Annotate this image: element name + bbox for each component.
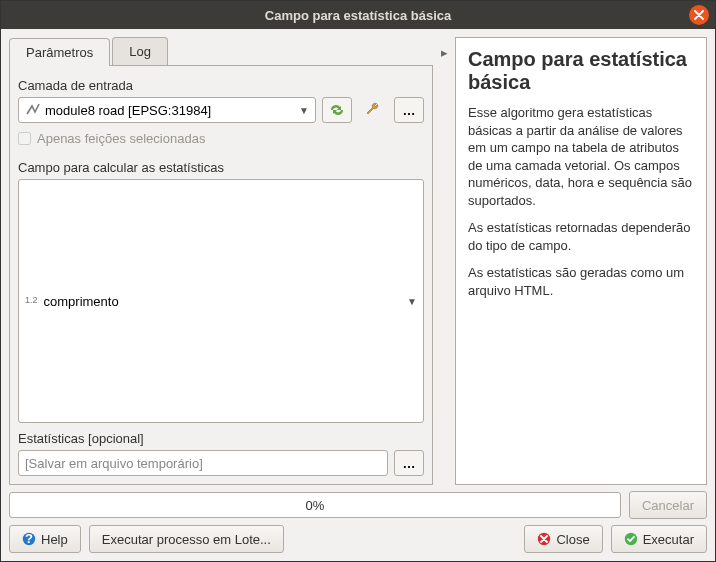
ok-check-icon [624,532,638,546]
stats-output-label: Estatísticas [opcional] [18,431,424,446]
stats-output-input[interactable]: [Salvar em arquivo temporário] [18,450,388,476]
stats-output-placeholder: [Salvar em arquivo temporário] [25,456,203,471]
progress-text: 0% [306,498,325,513]
chevron-down-icon: ▼ [299,105,309,116]
help-button-label: Help [41,532,68,547]
stats-output-browse-button[interactable]: … [394,450,424,476]
help-button[interactable]: ? Help [9,525,81,553]
close-button-label: Close [556,532,589,547]
only-selected-checkbox [18,132,31,145]
chevron-down-icon: ▼ [407,296,417,307]
tab-log[interactable]: Log [112,37,168,65]
wrench-icon [364,101,382,119]
advanced-options-button[interactable] [358,97,388,123]
splitter-handle[interactable]: ▸ [437,37,451,485]
input-layer-browse-button[interactable]: … [394,97,424,123]
window-title: Campo para estatística básica [265,8,451,23]
window-close-button[interactable] [689,5,709,25]
only-selected-label: Apenas feições selecionadas [37,131,205,146]
close-button[interactable]: Close [524,525,602,553]
dialog-window: Campo para estatística básica Parâmetros… [0,0,716,562]
close-icon [694,10,704,20]
line-layer-icon [25,101,41,120]
refresh-icon [328,102,346,118]
iterate-button[interactable] [322,97,352,123]
tab-parametros-label: Parâmetros [26,45,93,60]
batch-button[interactable]: Executar processo em Lote... [89,525,284,553]
help-panel: Campo para estatística básica Esse algor… [455,37,707,485]
field-label: Campo para calcular as estatísticas [18,160,424,175]
collapse-arrow-icon: ▸ [441,45,448,60]
input-layer-value: module8 road [EPSG:31984] [45,103,211,118]
stats-output-row: [Salvar em arquivo temporário] … [18,450,424,476]
batch-button-label: Executar processo em Lote... [102,532,271,547]
input-layer-label: Camada de entrada [18,78,424,93]
tab-log-label: Log [129,44,151,59]
run-button[interactable]: Executar [611,525,707,553]
button-row: ? Help Executar processo em Lote... Clos… [9,525,707,553]
svg-text:?: ? [25,532,33,546]
only-selected-row: Apenas feições selecionadas [18,131,424,146]
help-icon: ? [22,532,36,546]
main-area: Parâmetros Log Camada de entrada module8… [9,37,707,485]
help-paragraph-1: Esse algoritmo gera estatísticas básicas… [468,104,694,209]
run-button-label: Executar [643,532,694,547]
tab-parametros[interactable]: Parâmetros [9,38,110,66]
help-title: Campo para estatística básica [468,48,694,94]
tab-bar: Parâmetros Log [9,37,433,66]
help-paragraph-2: As estatísticas retornadas dependerão do… [468,219,694,254]
input-layer-row: module8 road [EPSG:31984] ▼ … [18,97,424,123]
cancel-icon [537,532,551,546]
left-panel: Parâmetros Log Camada de entrada module8… [9,37,433,485]
ellipsis-icon: … [403,103,416,118]
numeric-field-icon: 1.2 [25,295,38,305]
field-combo[interactable]: 1.2 comprimento ▼ [18,179,424,423]
ellipsis-icon: … [403,456,416,471]
cancel-button: Cancelar [629,491,707,519]
dialog-content: Parâmetros Log Camada de entrada module8… [1,29,715,561]
cancel-label: Cancelar [642,498,694,513]
titlebar: Campo para estatística básica [1,1,715,29]
progress-row: 0% Cancelar [9,491,707,519]
input-layer-combo[interactable]: module8 road [EPSG:31984] ▼ [18,97,316,123]
tab-body-parametros: Camada de entrada module8 road [EPSG:319… [9,66,433,485]
progress-bar: 0% [9,492,621,518]
button-spacer [292,525,517,553]
field-value: comprimento [44,294,119,309]
help-paragraph-3: As estatísticas são geradas como um arqu… [468,264,694,299]
